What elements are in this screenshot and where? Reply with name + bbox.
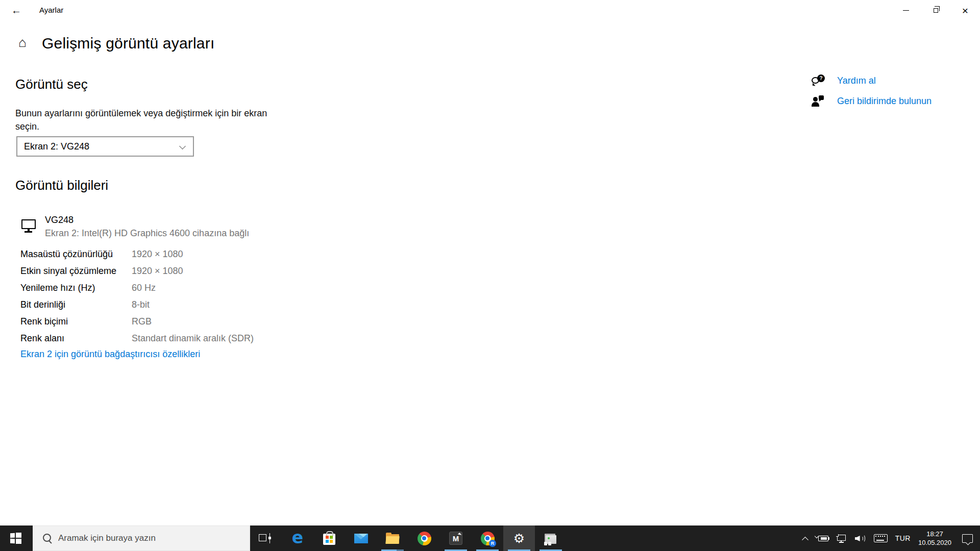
monitor-name: VG248 bbox=[45, 215, 74, 226]
monitor-icon bbox=[21, 219, 36, 229]
mail-icon bbox=[354, 534, 368, 543]
taskbar-chrome-profile-button[interactable]: R bbox=[472, 525, 503, 551]
property-label: Masaüstü çözünürlüğü bbox=[20, 249, 113, 260]
volume-icon[interactable] bbox=[855, 534, 866, 542]
language-indicator[interactable]: TUR bbox=[895, 534, 911, 542]
task-view-icon bbox=[259, 533, 271, 543]
back-arrow-icon: ← bbox=[11, 5, 21, 16]
date: 10.05.2020 bbox=[918, 538, 951, 547]
close-button[interactable]: × bbox=[950, 0, 980, 20]
file-explorer-icon bbox=[386, 534, 399, 544]
chevron-down-icon bbox=[179, 143, 186, 149]
windows-logo-icon bbox=[10, 533, 21, 544]
action-center-icon[interactable] bbox=[962, 534, 973, 543]
give-feedback-label: Geri bildirimde bulunun bbox=[837, 96, 932, 107]
device-app-icon bbox=[546, 535, 556, 544]
property-label: Renk biçimi bbox=[20, 316, 68, 327]
display-select-dropdown-value: Ekran 2: VG248 bbox=[24, 141, 89, 152]
settings-window: ← Ayarlar × ⌂ Gelişmiş görüntü ayarları … bbox=[0, 0, 980, 551]
close-icon: × bbox=[962, 5, 968, 16]
titlebar: ← Ayarlar × bbox=[0, 0, 980, 20]
taskbar-search[interactable] bbox=[33, 525, 250, 551]
property-value: 980 × 551 bbox=[132, 266, 183, 277]
minimize-button[interactable] bbox=[891, 0, 921, 20]
restore-icon bbox=[934, 8, 938, 13]
gear-icon: ⚙ bbox=[513, 532, 525, 545]
search-input[interactable] bbox=[58, 533, 237, 543]
taskbar-edge-button[interactable]: e bbox=[282, 525, 313, 551]
search-icon bbox=[42, 533, 52, 543]
touch-keyboard-icon[interactable] bbox=[874, 534, 888, 542]
property-value: 8-bit bbox=[132, 299, 150, 310]
edge-icon: e bbox=[292, 529, 303, 546]
give-feedback-link[interactable]: Geri bildirimde bulunun bbox=[812, 94, 932, 108]
taskbar-chrome-button[interactable] bbox=[408, 525, 440, 551]
property-label: Yenileme hızı (Hz) bbox=[20, 283, 95, 293]
feedback-person-icon bbox=[812, 95, 825, 107]
system-tray: TUR 18:27 10.05.2020 bbox=[803, 525, 973, 551]
taskbar-mail-button[interactable] bbox=[345, 525, 377, 551]
property-value: Standart dinamik aralık (SDR) bbox=[132, 333, 254, 344]
tray-show-hidden-icons-button[interactable] bbox=[802, 536, 808, 543]
get-help-link[interactable]: ? Yardım al bbox=[812, 73, 876, 88]
m-app-icon: M bbox=[449, 532, 462, 545]
property-label: Bit derinliği bbox=[20, 299, 65, 310]
minimize-icon bbox=[903, 10, 909, 11]
restore-button[interactable] bbox=[921, 0, 950, 20]
home-icon: ⌂ bbox=[18, 35, 27, 51]
property-label: Etkin sinyal çözümleme bbox=[20, 266, 116, 277]
property-label: Renk alanı bbox=[20, 333, 64, 344]
question-mark: ? bbox=[819, 76, 822, 81]
chrome-profile-badge: R bbox=[489, 540, 496, 547]
property-value: 980 × 551 bbox=[132, 249, 183, 260]
section-heading-display-info: Görüntü bilgileri bbox=[15, 178, 108, 193]
section-heading-select-display: Görüntü seç bbox=[15, 77, 88, 92]
get-help-label: Yardım al bbox=[837, 76, 876, 86]
taskbar-m-app-button[interactable]: M bbox=[440, 525, 472, 551]
microsoft-store-icon bbox=[323, 534, 335, 545]
taskbar-file-explorer-button[interactable] bbox=[377, 525, 408, 551]
app-title: Ayarlar bbox=[39, 0, 63, 20]
time: 18:27 bbox=[918, 530, 951, 538]
network-icon[interactable] bbox=[836, 534, 847, 543]
property-value: RGB bbox=[132, 316, 152, 327]
start-button[interactable] bbox=[0, 525, 32, 551]
select-display-description: Bunun ayarlarını görüntülemek veya değiş… bbox=[15, 107, 281, 133]
display-select-dropdown[interactable]: Ekran 2: VG248 bbox=[16, 136, 194, 157]
taskbar-store-button[interactable] bbox=[313, 525, 345, 551]
help-chat-icon: ? bbox=[812, 74, 825, 87]
clock[interactable]: 18:27 10.05.2020 bbox=[918, 530, 951, 547]
page-title: Gelişmiş görüntü ayarları bbox=[42, 35, 214, 52]
chrome-icon bbox=[418, 532, 431, 545]
monitor-connection: Ekran 2: Intel(R) HD Graphics 4600 cihaz… bbox=[45, 228, 249, 239]
taskbar-settings-button[interactable]: ⚙ bbox=[503, 525, 535, 551]
battery-charging-icon[interactable] bbox=[815, 535, 828, 542]
task-view-button[interactable] bbox=[249, 525, 281, 551]
taskbar-device-app-button[interactable] bbox=[535, 525, 567, 551]
property-value: 60 Hz bbox=[132, 283, 156, 293]
taskbar: e M R ⚙ bbox=[0, 525, 980, 551]
back-button[interactable]: ← bbox=[4, 0, 29, 20]
display-adapter-properties-link[interactable]: Ekran 2 için görüntü bağdaştırıcısı özel… bbox=[20, 349, 200, 360]
